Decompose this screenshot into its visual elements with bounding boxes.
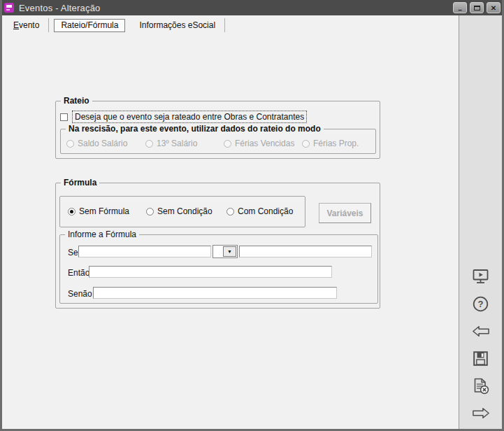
rateio-checkbox[interactable]: Deseja que o evento seja rateado entre O… — [60, 111, 307, 123]
eventos-alteracao-window: Eventos - Alteração – ✕ Evento Rateio/Fó… — [0, 0, 504, 431]
minimize-icon: – — [458, 6, 462, 14]
arrow-right-icon[interactable] — [471, 404, 491, 422]
formula-groupbox: Fórmula Sem Fórmula Sem Condição Com Con… — [55, 183, 380, 309]
close-button[interactable]: ✕ — [487, 2, 501, 13]
titlebar: Eventos - Alteração – ✕ — [0, 0, 504, 15]
radio-icon — [302, 140, 310, 148]
toolbar-sidebar: ? — [459, 15, 502, 429]
se-label: Se — [68, 248, 78, 257]
minimize-button[interactable]: – — [453, 2, 467, 13]
radio-ferias-prop: Férias Prop. — [302, 139, 359, 148]
se-operator-combobox[interactable]: ▼ — [213, 245, 238, 258]
radio-sem-condicao[interactable]: Sem Condição — [146, 206, 213, 216]
radio-13-salario: 13º Salário — [145, 139, 197, 148]
rescisao-group-label: Na rescisão, para este evento, utilizar … — [66, 124, 324, 134]
maximize-icon — [474, 6, 480, 10]
maximize-button[interactable] — [470, 2, 484, 13]
checkbox-icon[interactable] — [60, 113, 68, 121]
chevron-down-icon[interactable]: ▼ — [223, 246, 236, 257]
se-complement-input[interactable] — [239, 246, 372, 257]
tab-bar: Evento Rateio/Fórmula Informações eSocia… — [4, 17, 225, 33]
radio-icon — [145, 140, 153, 148]
radio-icon[interactable] — [226, 208, 234, 216]
radio-com-condicao[interactable]: Com Condição — [226, 206, 293, 216]
radio-icon — [66, 140, 74, 148]
save-icon[interactable] — [471, 350, 491, 367]
rateio-group-label: Rateio — [61, 96, 92, 106]
close-icon: ✕ — [491, 4, 496, 12]
window-title: Eventos - Alteração — [19, 3, 101, 13]
senao-input[interactable] — [93, 287, 337, 299]
entao-input[interactable] — [89, 266, 332, 278]
tab-evento[interactable]: Evento — [4, 18, 49, 32]
app-logo-icon — [4, 3, 14, 13]
informe-formula-group-label: Informe a Fórmula — [65, 229, 139, 239]
entao-label: Então — [68, 268, 89, 278]
variaveis-button[interactable]: Variáveis — [319, 203, 371, 223]
help-icon[interactable]: ? — [471, 295, 491, 313]
rateio-checkbox-label: Deseja que o evento seja rateado entre O… — [72, 111, 307, 123]
svg-text:?: ? — [478, 299, 484, 309]
radio-sem-formula[interactable]: Sem Fórmula — [68, 206, 129, 216]
radio-icon[interactable] — [146, 208, 154, 216]
se-input[interactable] — [78, 246, 211, 257]
radio-icon — [224, 140, 231, 148]
arrow-left-icon[interactable] — [471, 323, 491, 340]
document-delete-icon[interactable] — [471, 377, 491, 395]
rateio-groupbox: Rateio Deseja que o evento seja rateado … — [55, 101, 380, 159]
formula-mode-frame: Sem Fórmula Sem Condição Com Condição — [59, 196, 305, 227]
radio-ferias-vencidas: Férias Vencidas — [224, 139, 294, 148]
monitor-play-icon[interactable] — [471, 268, 491, 285]
tab-rateio-formula[interactable]: Rateio/Fórmula — [54, 19, 125, 32]
senao-label: Senão — [68, 289, 92, 299]
radio-saldo-salario: Saldo Salário — [66, 139, 127, 148]
tab-informacoes-esocial[interactable]: Informações eSocial — [130, 18, 225, 32]
rescisao-groupbox: Na rescisão, para este evento, utilizar … — [60, 129, 376, 154]
informe-formula-groupbox: Informe a Fórmula Se ▼ Então Senão — [59, 234, 378, 304]
radio-icon[interactable] — [68, 208, 75, 216]
formula-group-label: Fórmula — [61, 178, 99, 188]
